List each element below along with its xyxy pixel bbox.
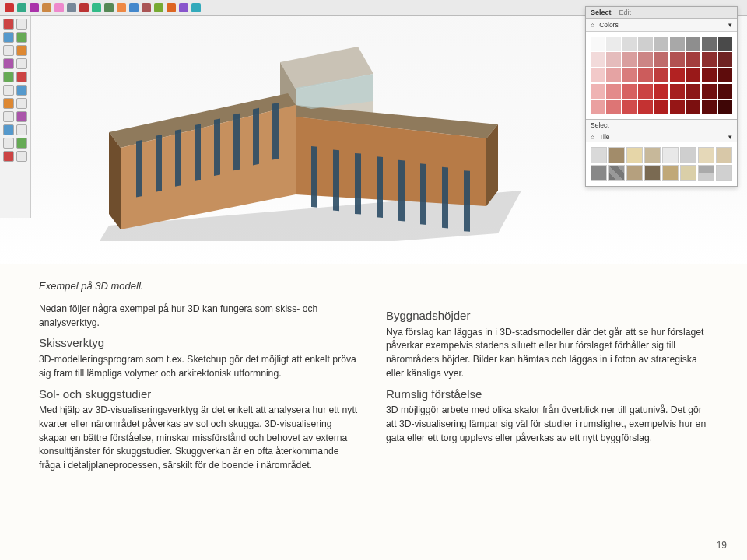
color-swatch	[702, 37, 716, 51]
color-swatch	[686, 84, 700, 98]
color-swatch	[654, 68, 668, 82]
left-column: Nedan följer några exempel på hur 3D kan…	[39, 303, 361, 475]
color-swatch	[606, 84, 620, 98]
svg-marker-6	[109, 132, 121, 229]
toolbar-icon	[67, 3, 76, 12]
color-swatch	[622, 100, 637, 114]
color-swatch	[606, 37, 620, 51]
body-columns: Nedan följer några exempel på hur 3D kan…	[0, 295, 747, 475]
color-swatch	[718, 68, 732, 82]
color-swatch	[686, 100, 700, 114]
tool-icon	[16, 58, 27, 69]
color-swatch	[638, 84, 652, 98]
color-swatch	[622, 68, 637, 82]
toolbar-icon	[54, 3, 64, 12]
svg-rect-14	[214, 119, 220, 177]
color-swatch	[670, 68, 684, 82]
paragraph-byggnadshojder: Nya förslag kan läggas in i 3D-stadsmode…	[386, 326, 708, 381]
colors-label: Colors	[599, 21, 619, 29]
tool-icon	[16, 151, 27, 162]
chevron-down-icon: ▾	[728, 21, 732, 29]
toolbar-icon	[191, 3, 201, 12]
tool-icon	[3, 19, 14, 30]
svg-rect-16	[253, 108, 259, 166]
right-column: Byggnadshöjder Nya förslag kan läggas in…	[386, 303, 708, 475]
color-swatch	[638, 37, 652, 51]
color-swatch	[686, 52, 700, 66]
svg-rect-19	[333, 149, 339, 211]
tool-icon	[3, 124, 14, 135]
app-screenshot: Select Edit ⌂ Colors ▾ Select ⌂ Tile ▾	[0, 0, 747, 264]
materials-panel: Select Edit ⌂ Colors ▾ Select ⌂ Tile ▾	[585, 6, 738, 187]
select-label: Select	[591, 121, 609, 129]
color-swatch	[591, 100, 605, 114]
color-swatch	[654, 100, 668, 114]
color-swatch	[670, 100, 684, 114]
color-swatch	[670, 84, 684, 98]
heading-sol-skugg: Sol- och skuggstudier	[39, 386, 361, 403]
toolbar-icon	[167, 3, 176, 12]
tool-icon	[16, 72, 27, 82]
color-swatch	[702, 52, 716, 66]
texture-swatch	[716, 165, 732, 181]
color-swatch	[702, 100, 716, 114]
svg-rect-12	[175, 129, 181, 187]
home-icon: ⌂	[591, 133, 594, 141]
texture-swatch	[680, 165, 696, 181]
heading-rumslig: Rumslig förståelse	[386, 386, 708, 403]
color-swatch	[606, 52, 620, 66]
home-icon: ⌂	[591, 21, 594, 29]
toolbar-icon	[5, 3, 14, 12]
toolbar-icon	[104, 3, 114, 12]
texture-swatch	[662, 147, 679, 163]
svg-rect-22	[398, 160, 405, 222]
toolbar-icon	[154, 3, 163, 12]
sketchup-left-toolbar	[0, 16, 31, 218]
color-swatch	[670, 37, 684, 51]
texture-swatch	[608, 165, 625, 181]
svg-rect-20	[355, 153, 361, 215]
svg-rect-10	[136, 140, 142, 198]
svg-rect-13	[195, 124, 201, 181]
toolbar-icon	[117, 3, 126, 12]
toolbar-icon	[92, 3, 101, 12]
svg-rect-23	[420, 163, 426, 225]
color-swatch	[622, 52, 637, 66]
intro-paragraph: Nedan följer några exempel på hur 3D kan…	[39, 303, 361, 330]
toolbar-icon	[179, 3, 188, 12]
building-3d-model	[62, 31, 560, 241]
tool-icon	[16, 45, 27, 56]
texture-swatch	[698, 147, 714, 163]
tool-icon	[16, 124, 27, 135]
color-swatch	[638, 68, 652, 82]
toolbar-icon	[129, 3, 139, 12]
tool-icon	[16, 111, 27, 122]
svg-rect-17	[272, 103, 279, 160]
tool-icon	[3, 32, 14, 43]
color-swatch	[718, 100, 732, 114]
tool-icon	[16, 138, 27, 149]
tool-icon	[3, 85, 14, 96]
select-row: Select	[586, 119, 737, 131]
paragraph-skissverktyg: 3D-modelleringsprogram som t.ex. Sketchu…	[39, 353, 361, 380]
tool-icon	[3, 111, 14, 122]
toolbar-icon	[30, 3, 39, 12]
color-swatch	[638, 100, 652, 114]
color-swatch	[718, 52, 732, 66]
svg-rect-25	[464, 170, 470, 232]
texture-swatch	[626, 147, 643, 163]
color-swatch	[654, 52, 668, 66]
color-swatch	[591, 37, 605, 51]
chevron-down-icon: ▾	[728, 133, 732, 141]
color-swatch	[622, 37, 637, 51]
texture-swatch	[591, 165, 607, 181]
toolbar-icon	[142, 3, 151, 12]
texture-swatch	[662, 165, 679, 181]
color-swatch	[606, 100, 620, 114]
tool-icon	[3, 98, 14, 109]
color-swatch	[702, 84, 716, 98]
color-swatches	[586, 32, 737, 119]
color-swatch	[718, 37, 732, 51]
tool-icon	[16, 98, 27, 109]
tab-edit: Edit	[619, 9, 632, 16]
